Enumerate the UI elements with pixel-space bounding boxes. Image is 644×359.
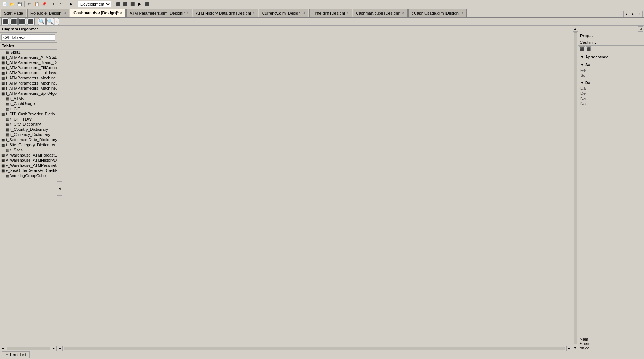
- toolbar-btn3[interactable]: ⬛: [129, 1, 136, 7]
- separator6: [36, 19, 36, 25]
- canvas-hscroll-left[interactable]: ◄: [57, 346, 63, 351]
- tree-item-warehouse-atmhistory[interactable]: ▦ v_Warehouse_ATMHistoryD...: [0, 158, 57, 163]
- tree-item-cashusage[interactable]: ▦ t_CashUsage: [0, 101, 57, 106]
- all-tables-item[interactable]: <All Tables>: [1, 34, 55, 41]
- tree-item-sitecategory[interactable]: ▦ t_Site_Category_Dictionary...: [0, 142, 57, 147]
- layout-button[interactable]: ⬛: [10, 18, 18, 25]
- canvas-vscroll-down[interactable]: ▼: [573, 345, 578, 351]
- props-icon1[interactable]: ⬛: [579, 46, 585, 52]
- tab-start[interactable]: Start Page: [1, 9, 26, 17]
- tree-item-cit[interactable]: ▦ t_CIT: [0, 106, 57, 111]
- props-section-aa: ▼ Aa Re Sc: [578, 61, 644, 79]
- hscroll-right[interactable]: ►: [51, 346, 57, 351]
- tree-item-country-dict[interactable]: ▦ t_Country_Dictionary: [0, 127, 57, 132]
- canvas-hscroll-right[interactable]: ►: [566, 346, 572, 351]
- left-panel: Diagram Organizer <All Tables> Tables ▦ …: [0, 26, 57, 351]
- tree-item-splitalgo[interactable]: ▦ t_ATMParameters_SplitAlgo...: [0, 91, 57, 96]
- tab-scroll-left[interactable]: ◄: [623, 11, 629, 17]
- props-spacer: [578, 107, 644, 336]
- tab-atm-history-close[interactable]: ×: [253, 11, 255, 15]
- canvas-hscroll-thumb[interactable]: [64, 347, 565, 350]
- tab-currency-close[interactable]: ×: [303, 11, 305, 15]
- expand-icon: ▼: [580, 62, 584, 67]
- tab-close-all[interactable]: ×: [637, 11, 643, 17]
- toolbar-btn5[interactable]: ⬛: [144, 1, 151, 7]
- props-section-aa-header[interactable]: ▼ Aa: [579, 62, 643, 68]
- props-icon2[interactable]: ⬛: [586, 46, 591, 52]
- tab-atm-history[interactable]: ATM History Data.dim [Design] ×: [193, 9, 258, 17]
- error-list-tab[interactable]: ⚠ Error List: [2, 351, 30, 358]
- tree-item-workinggroup[interactable]: ▦ WorkingGroupCube: [0, 173, 57, 178]
- canvas-vscroll-up[interactable]: ▲: [573, 26, 578, 32]
- tree-item-brand[interactable]: ▦ t_ATMParameters_Brand_D...: [0, 60, 57, 65]
- table-icon: ▦: [6, 107, 9, 111]
- tab-atm-params[interactable]: ATM Parameters.dim [Design]* ×: [126, 9, 192, 17]
- zoom-out-button[interactable]: 🔍: [46, 18, 54, 25]
- redo-button[interactable]: ↪: [58, 1, 65, 7]
- tree-item-holidays[interactable]: ▦ t_ATMParameters_Holidays...: [0, 70, 57, 75]
- tab-cashman-cube-close[interactable]: ×: [402, 11, 404, 15]
- tree-item-city-dict[interactable]: ▦ t_City_Dictionary: [0, 122, 57, 127]
- new-button[interactable]: 📄: [1, 1, 8, 7]
- tree-item-warehouse-atmparams[interactable]: ▦ v_Warehouse_ATMParamete...: [0, 163, 57, 168]
- tab-tcash-usage-close[interactable]: ×: [461, 11, 463, 15]
- tab-cashman-cube[interactable]: Cashman.cube [Design]* ×: [353, 9, 408, 17]
- tree-item-cit-tdw[interactable]: ▦ t_CIT_TDW: [0, 116, 57, 122]
- props-row-na1: Na: [579, 96, 643, 101]
- canvas-vscroll-thumb[interactable]: [574, 32, 577, 344]
- tree-item-atms[interactable]: ▦ t_ATMs: [0, 96, 57, 101]
- tab-time[interactable]: Time.dim [Design] ×: [309, 9, 352, 17]
- tab-time-close[interactable]: ×: [347, 11, 349, 15]
- tree-item-sites[interactable]: ▦ t_Sites: [0, 147, 57, 152]
- props-section-data: ▼ Da Da De Na Na: [578, 79, 644, 107]
- tree-item-warehouse-atmforecast[interactable]: ▦ v_Warehouse_ATMForcastE...: [0, 152, 57, 158]
- toolbar-btn1[interactable]: ⬛: [115, 1, 121, 7]
- run-button[interactable]: ▶: [68, 1, 75, 7]
- toolbar2-btn4[interactable]: ⬛: [27, 18, 35, 25]
- hscroll-thumb[interactable]: [7, 347, 50, 350]
- tree-item-machine2[interactable]: ▦ t_ATMParameters_Machine...: [0, 80, 57, 86]
- left-panel-hscroll: ◄ ►: [0, 345, 57, 351]
- table-icon: ▦: [1, 76, 5, 80]
- toolbar-btn2[interactable]: ⬛: [122, 1, 129, 7]
- zoom-in-button[interactable]: 🔍: [38, 18, 46, 25]
- hscroll-left[interactable]: ◄: [0, 346, 6, 351]
- tree-item-machine3[interactable]: ▦ t_ATMParameters_Machine...: [0, 86, 57, 91]
- props-section-data-header[interactable]: ▼ Da: [579, 80, 643, 86]
- tab-atm-params-close[interactable]: ×: [187, 11, 189, 15]
- table-icon: ▦: [6, 174, 9, 178]
- tree-item-fillgroup[interactable]: ▦ t_ATMParameters_FillGroup...: [0, 65, 57, 70]
- tab-tcash-usage[interactable]: t Cash Usage.dim [Design] ×: [408, 9, 467, 17]
- tree-item-atmstat[interactable]: ▦ t_ATMParameters_ATMStat...: [0, 55, 57, 60]
- add-table-button[interactable]: ⬛: [1, 18, 9, 25]
- table-icon: ▦: [1, 112, 5, 116]
- open-button[interactable]: 📂: [9, 1, 15, 7]
- tree-item-settlementdate[interactable]: ▦ t_SettlementDate_Dictionary...: [0, 137, 57, 142]
- tab-role[interactable]: Role.role [Design] ×: [27, 9, 69, 17]
- toolbar2-btn3[interactable]: ⬛: [18, 18, 26, 25]
- tab-role-close[interactable]: ×: [64, 11, 66, 15]
- tree-item-cit-cashprovider[interactable]: ▦ t_CIT_CashProvider_Dictio...: [0, 111, 57, 116]
- tab-cashman-dsv[interactable]: Cashman.dsv [Design]* ×: [70, 9, 126, 17]
- canvas-scroll-left[interactable]: ◄: [57, 181, 62, 196]
- tree-item-machine1[interactable]: ▦ t_ATMParameters_Machine...: [0, 75, 57, 80]
- canvas-hscroll: ◄ ►: [57, 345, 572, 351]
- props-section-appearance-header[interactable]: ▼ Appearance: [579, 54, 643, 60]
- copy-button[interactable]: 📋: [33, 1, 40, 7]
- toolbar-btn4[interactable]: ▶: [137, 1, 143, 7]
- props-collapse-button[interactable]: ◄: [638, 26, 643, 32]
- paste-button[interactable]: 📌: [41, 1, 47, 7]
- delete-button[interactable]: ×: [55, 18, 59, 25]
- diagram-organizer-header: Diagram Organizer: [0, 26, 57, 33]
- tab-scroll-right[interactable]: ►: [630, 11, 636, 17]
- tree-item-vxex[interactable]: ▦ v_XexOrderDetailsForCashF...: [0, 168, 57, 173]
- tab-cashman-dsv-close[interactable]: ×: [120, 11, 122, 15]
- save-button[interactable]: 💾: [16, 1, 23, 7]
- tree-item-split1[interactable]: ▦ Split1: [0, 50, 57, 55]
- tab-currency[interactable]: Currency.dim [Design] ×: [259, 9, 309, 17]
- cut-button[interactable]: ✂: [26, 1, 33, 7]
- props-spec-label: Spec: [580, 341, 643, 346]
- tree-item-currency-dict[interactable]: ▦ t_Currency_Dictionary: [0, 132, 57, 137]
- environment-combo[interactable]: Development: [78, 1, 111, 7]
- undo-button[interactable]: ↩: [51, 1, 57, 7]
